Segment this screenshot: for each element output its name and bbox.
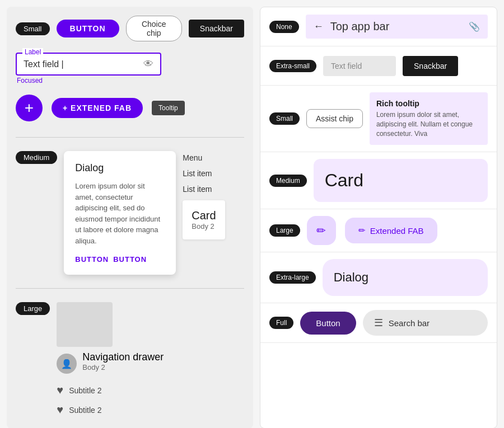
nav-subtitle-2: Subtitle 2 <box>69 406 101 415</box>
dialog-preview: Dialog <box>323 259 488 296</box>
search-bar-label: Search bar <box>389 318 430 328</box>
nav-drawer-title: Navigation drawer <box>82 351 164 363</box>
eye-icon[interactable]: 👁 <box>143 58 153 70</box>
nav-list-item-2[interactable]: ♥ Subtitle 2 <box>57 400 244 420</box>
dialog-body: Lorem ipsum dolor sit amet, consectetur … <box>75 181 165 246</box>
list-item-1[interactable]: List item <box>183 167 225 180</box>
badge-extra-small: Extra-small <box>269 60 316 72</box>
badge-large-r: Large <box>269 224 300 237</box>
full-row-content: Button ☰ Search bar <box>300 310 488 336</box>
menu-icon: ☰ <box>374 317 383 329</box>
rich-tooltip-title: Rich tooltip <box>376 99 481 108</box>
fab-circle-button[interactable]: + <box>16 95 43 121</box>
avatar: 👤 <box>57 354 77 374</box>
badge-large: Large <box>16 302 50 315</box>
dialog-btn-2[interactable]: BUTTON <box>113 255 147 264</box>
row2-content: Text field Snackbar <box>323 56 488 76</box>
assist-chip[interactable]: Assist chip <box>306 109 363 128</box>
section-large: Large 👤 Navigation drawer Body 2 ♥ Subti… <box>16 293 244 420</box>
badge-small: Small <box>16 22 50 35</box>
badge-extra-large: Extra-large <box>269 271 316 284</box>
divider-1 <box>16 137 244 138</box>
tooltip-label: Tooltip <box>152 101 185 115</box>
back-arrow-icon[interactable]: ← <box>314 21 324 32</box>
textfield-gray[interactable]: Text field <box>323 56 396 76</box>
rich-tooltip-body: Lorem ipsum dolor sit amet, adipiscing e… <box>376 110 481 138</box>
fab-edit-icon-1: ✏ <box>316 224 326 237</box>
button-filled[interactable]: BUTTON <box>57 20 119 37</box>
fab-extended-label: Extended FAB <box>370 226 424 236</box>
fab-edit-icon-2: ✏ <box>358 225 366 236</box>
left-panel: Small BUTTON Choice chip Snackbar Label … <box>7 7 253 428</box>
divider-2 <box>16 288 244 289</box>
row-full: Full Button ☰ Search bar <box>260 303 497 343</box>
textfield-section: Label 👁 Focused <box>16 53 244 84</box>
fab-plus-icon: + <box>25 99 34 117</box>
row-medium: Medium Card <box>260 152 497 209</box>
row-none: None ← Top app bar 📎 <box>260 7 497 46</box>
section-medium: Medium Dialog Lorem ipsum dolor sit amet… <box>16 142 244 275</box>
nav-drawer-preview <box>57 302 113 347</box>
card-large-title: Card <box>325 170 477 191</box>
textfield-input[interactable] <box>24 59 143 69</box>
badge-none: None <box>269 21 299 33</box>
card-title-small: Card <box>192 209 216 222</box>
row-large: Large ✏ ✏ Extended FAB <box>260 209 497 252</box>
dialog-title: Dialog <box>75 162 165 174</box>
list-item-2[interactable]: List item <box>183 182 225 196</box>
card-large: Card <box>314 159 488 202</box>
heart-icon-2: ♥ <box>57 403 63 416</box>
fab-small-button[interactable]: ✏ <box>307 216 336 245</box>
row-small: Small Assist chip Rich tooltip Lorem ips… <box>260 86 497 152</box>
app-bar-title: Top app bar <box>330 20 462 33</box>
dialog-box: Dialog Lorem ipsum dolor sit amet, conse… <box>64 151 176 275</box>
full-button[interactable]: Button <box>300 312 356 335</box>
card-mini: Card Body 2 <box>183 200 225 239</box>
row-extra-large: Extra-large Dialog <box>260 252 497 303</box>
heart-icon-1: ♥ <box>57 384 63 397</box>
menu-list: Menu List item List item <box>183 151 225 196</box>
textfield-wrapper[interactable]: Label 👁 <box>16 53 161 76</box>
nav-subtitle-1: Subtitle 2 <box>69 386 101 395</box>
dialog-actions: BUTTON BUTTON <box>75 255 165 264</box>
chip-choice[interactable]: Choice chip <box>126 16 182 41</box>
menu-label[interactable]: Menu <box>183 151 225 164</box>
avatar-icon: 👤 <box>61 359 72 369</box>
section-small-top: Small BUTTON Choice chip Snackbar <box>16 16 244 41</box>
nav-drawer-subtitle: Body 2 <box>82 363 164 371</box>
textfield-label: Label <box>22 48 43 56</box>
dialog-preview-title: Dialog <box>334 270 477 285</box>
right-panel: None ← Top app bar 📎 Extra-small Text fi… <box>260 7 497 428</box>
fab-row-content: ✏ ✏ Extended FAB <box>307 216 488 245</box>
fab-section: + + EXTENED FAB Tooltip <box>16 95 244 121</box>
search-bar[interactable]: ☰ Search bar <box>363 310 488 336</box>
rich-tooltip: Rich tooltip Lorem ipsum dolor sit amet,… <box>370 92 488 145</box>
paperclip-icon[interactable]: 📎 <box>469 21 480 32</box>
badge-full: Full <box>269 317 293 329</box>
snackbar-label: Snackbar <box>189 20 244 37</box>
badge-medium-r: Medium <box>269 175 307 187</box>
badge-medium: Medium <box>16 151 57 164</box>
fab-extended-button[interactable]: + EXTENED FAB <box>52 98 143 118</box>
nav-list-item-1[interactable]: ♥ Subtitle 2 <box>57 380 244 400</box>
dialog-btn-1[interactable]: BUTTON <box>75 255 109 264</box>
card-subtitle-small: Body 2 <box>192 222 216 231</box>
row-extra-small: Extra-small Text field Snackbar <box>260 46 497 86</box>
top-app-bar: ← Top app bar 📎 <box>306 15 488 39</box>
focused-label: Focused <box>17 77 244 84</box>
snackbar-dark: Snackbar <box>403 56 458 76</box>
badge-small-r: Small <box>269 112 300 125</box>
fab-extended-right[interactable]: ✏ Extended FAB <box>345 218 437 243</box>
